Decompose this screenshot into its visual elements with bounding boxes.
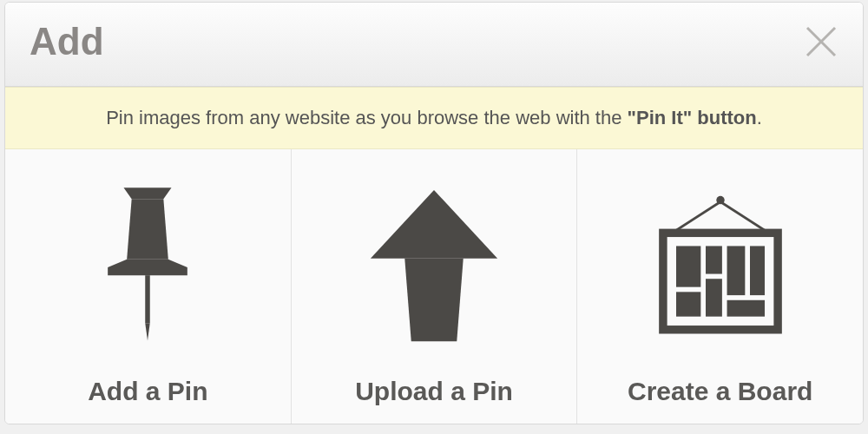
svg-rect-16 [706,279,722,316]
svg-rect-15 [706,246,722,273]
info-banner: Pin images from any website as you brows… [5,87,863,149]
dialog-header: Add [5,3,863,87]
banner-suffix: . [757,107,762,128]
option-label: Create a Board [586,377,854,406]
svg-marker-7 [371,190,497,259]
svg-rect-13 [676,246,700,286]
svg-rect-5 [146,275,151,323]
option-label: Upload a Pin [300,377,569,406]
svg-marker-8 [404,259,464,342]
svg-rect-14 [676,292,700,316]
banner-prefix: Pin images from any website as you brows… [106,107,627,128]
close-icon[interactable] [804,24,838,59]
add-dialog: Add Pin images from any website as you b… [4,2,864,424]
create-a-board-option[interactable]: Create a Board [577,149,863,424]
board-icon [586,181,854,354]
options-row: Add a Pin Upload a Pin [5,149,863,424]
add-a-pin-option[interactable]: Add a Pin [5,149,292,424]
option-label: Add a Pin [14,377,282,406]
svg-marker-3 [127,199,168,260]
dialog-title: Add [30,20,104,63]
svg-marker-4 [108,260,187,275]
svg-rect-19 [750,246,765,295]
upload-a-pin-option[interactable]: Upload a Pin [292,149,578,424]
svg-marker-2 [124,187,172,199]
svg-marker-6 [146,323,151,340]
svg-rect-17 [727,246,745,295]
upload-arrow-icon [300,181,569,354]
svg-rect-18 [727,300,764,317]
banner-bold: "Pin It" button [628,107,757,128]
pin-icon [14,181,282,354]
